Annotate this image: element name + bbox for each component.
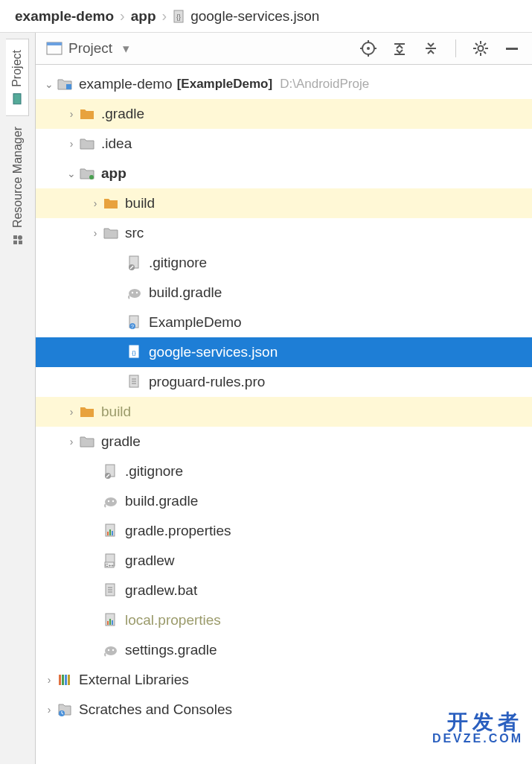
svg-point-33	[129, 289, 141, 298]
svg-rect-53	[109, 529, 111, 535]
tree-label: ExampleDemo	[149, 314, 242, 331]
tree-item[interactable]: gradlew.bat	[36, 576, 532, 605]
tree-item[interactable]: ⌄app	[36, 159, 532, 188]
folder-grey-icon	[79, 136, 95, 152]
json-file-icon: {}	[173, 10, 186, 23]
tree-item[interactable]: settings.gradle	[36, 635, 532, 665]
breadcrumb-file[interactable]: google-services.json	[190, 8, 319, 25]
tree-item[interactable]: ›build	[36, 397, 532, 427]
tree-item[interactable]: .gitignore	[36, 456, 532, 486]
resource-icon	[12, 234, 24, 246]
sidebar-tab-project[interactable]: Project	[6, 39, 29, 116]
tree-item[interactable]: build.gradle	[36, 486, 532, 516]
chevron-right-icon[interactable]: ›	[64, 108, 79, 120]
tree-label: src	[125, 225, 144, 241]
tree-item[interactable]: .gitignore	[36, 248, 532, 278]
svg-point-67	[108, 649, 109, 651]
chevron-right-icon[interactable]: ›	[42, 704, 57, 716]
tree-item[interactable]: ›gradle	[36, 427, 532, 456]
file-json-icon: {}	[126, 344, 143, 360]
tree-label: External Libraries	[79, 672, 189, 688]
tree-item[interactable]: local.properties	[36, 605, 532, 635]
tree-label: gradle	[101, 433, 141, 450]
chevron-right-icon: ›	[120, 7, 125, 25]
chevron-down-icon[interactable]: ⌄	[42, 78, 57, 90]
svg-point-50	[112, 500, 114, 502]
chevron-right-icon[interactable]: ›	[64, 406, 79, 418]
tree-label: .gitignore	[149, 255, 207, 271]
svg-rect-72	[68, 675, 70, 685]
gradle-icon	[103, 642, 119, 658]
tree-item[interactable]: C++gradlew	[36, 546, 532, 576]
tree-label: local.properties	[125, 612, 221, 628]
sidebar-tab-label: Resource Manager	[11, 127, 25, 228]
svg-point-35	[136, 292, 138, 293]
svg-line-24	[484, 51, 486, 54]
tree-item[interactable]: ›build	[36, 188, 532, 218]
tree-label: .gradle	[101, 106, 144, 122]
svg-rect-8	[47, 42, 62, 45]
svg-line-23	[475, 43, 478, 45]
sidebar-tab-label: Project	[10, 50, 24, 87]
tree-label: app	[101, 165, 126, 182]
chevron-right-icon[interactable]: ›	[64, 138, 79, 150]
svg-rect-65	[112, 620, 113, 625]
view-selector[interactable]: Project	[68, 40, 112, 57]
tree-external-libraries[interactable]: › External Libraries	[36, 665, 532, 695]
file-props-icon	[103, 523, 119, 539]
tree-root[interactable]: ⌄ example-demo [ExampleDemo] D:\AndroidP…	[36, 69, 532, 99]
libraries-icon	[57, 672, 73, 688]
hide-button[interactable]	[502, 39, 522, 58]
svg-line-25	[475, 51, 478, 54]
project-view-icon	[46, 42, 63, 55]
svg-point-68	[112, 649, 114, 651]
tree-scratches[interactable]: › Scratches and Consoles	[36, 695, 532, 725]
tree-label: build	[125, 195, 155, 211]
tree-item[interactable]: ›.idea	[36, 129, 532, 159]
svg-text:{}: {}	[176, 13, 181, 21]
folder-grey-icon	[103, 225, 119, 241]
breadcrumb-mid[interactable]: app	[131, 8, 156, 25]
svg-rect-5	[19, 241, 22, 244]
chevron-right-icon[interactable]: ›	[64, 436, 79, 448]
chevron-right-icon: ›	[162, 7, 167, 25]
sidebar: Project Resource Manager	[0, 33, 36, 764]
chevron-right-icon[interactable]: ›	[88, 197, 103, 209]
tree-label: build	[101, 404, 131, 420]
expand-all-button[interactable]	[390, 39, 409, 58]
settings-button[interactable]	[471, 39, 490, 58]
tree-item[interactable]: build.gradle	[36, 278, 532, 308]
tree-item-selected[interactable]: {}google-services.json	[36, 337, 532, 367]
tree-item[interactable]: gradle.properties	[36, 516, 532, 546]
locate-button[interactable]	[359, 39, 378, 58]
scratches-icon	[57, 701, 73, 718]
tree-label: proguard-rules.pro	[149, 374, 265, 390]
tree-label: example-demo	[79, 76, 173, 92]
project-tree[interactable]: ⌄ example-demo [ExampleDemo] D:\AndroidP…	[36, 65, 532, 729]
folder-orange-icon	[103, 195, 119, 211]
svg-point-29	[89, 175, 94, 179]
tree-label: gradlew.bat	[125, 582, 197, 599]
project-icon	[11, 93, 23, 105]
collapse-all-button[interactable]	[421, 39, 440, 58]
tree-label: .gitignore	[125, 463, 183, 480]
divider	[455, 39, 456, 57]
tree-item[interactable]: proguard-rules.pro	[36, 367, 532, 397]
sidebar-tab-resource-manager[interactable]: Resource Manager	[7, 116, 29, 256]
chevron-right-icon[interactable]: ›	[42, 674, 57, 686]
tree-item[interactable]: ?ExampleDemo	[36, 308, 532, 337]
chevron-down-icon[interactable]: ⌄	[64, 168, 79, 179]
tree-item[interactable]: ›.gradle	[36, 99, 532, 129]
svg-point-66	[105, 646, 117, 655]
breadcrumb-root[interactable]: example-demo	[15, 8, 114, 25]
tree-label: Scratches and Consoles	[79, 701, 232, 718]
chevron-right-icon[interactable]: ›	[88, 227, 103, 239]
tool-window-toolbar: Project ▾	[36, 33, 532, 65]
file-ignore-icon	[126, 255, 143, 271]
file-q-icon: ?	[126, 314, 143, 331]
tree-item[interactable]: ›src	[36, 218, 532, 248]
chevron-down-icon[interactable]: ▾	[123, 41, 129, 57]
svg-rect-71	[65, 675, 67, 685]
file-text-icon	[103, 582, 119, 599]
svg-point-49	[108, 500, 109, 502]
